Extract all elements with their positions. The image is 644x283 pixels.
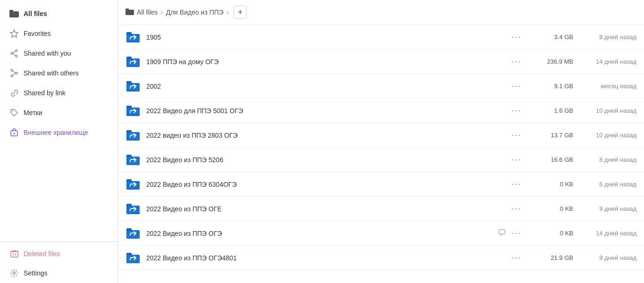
svg-rect-15 <box>11 251 18 257</box>
file-menu-button[interactable]: ··· <box>510 226 523 240</box>
file-size: 3.4 GB <box>531 33 573 41</box>
share-in-icon <box>9 49 19 58</box>
table-row[interactable]: 2022 видео из ППЭ 2803 ОГЭ···13.7 GB10 д… <box>118 123 644 148</box>
file-folder-icon <box>125 177 141 192</box>
file-folder-icon <box>125 128 141 143</box>
file-name: 2022 Видео из ППЭ 5206 <box>146 156 506 164</box>
table-row[interactable]: 2022 Видео из ППЭ ОГЭ4801···21.9 GB9 дне… <box>118 246 644 270</box>
table-row[interactable]: 2022 Видео из ППЭ 6304ОГЭ···0 KB6 дней н… <box>118 172 644 197</box>
svg-line-6 <box>13 51 16 53</box>
file-folder-icon <box>125 30 141 45</box>
file-date: 6 дней назад <box>585 181 636 188</box>
file-size: 9.1 GB <box>531 83 573 90</box>
table-row[interactable]: 2002···9.1 GBмесяц назад <box>118 74 644 99</box>
sidebar-item-shared-by-link[interactable]: Shared by link <box>2 83 116 102</box>
svg-line-11 <box>13 71 16 73</box>
file-menu-button[interactable]: ··· <box>510 153 523 166</box>
file-date: 10 дней назад <box>585 132 636 139</box>
file-folder-icon <box>125 201 141 216</box>
table-row[interactable]: 2022 Видео из ППЭ ОГЕ···0 KB9 дней назад <box>118 197 644 221</box>
share-out-icon <box>9 68 19 78</box>
svg-point-4 <box>16 55 17 57</box>
file-menu-button[interactable]: ··· <box>510 202 523 216</box>
file-date: 14 дней назад <box>585 230 636 237</box>
table-row[interactable]: 2022 Видео из ППЭ ОГЭ···0 KB14 дней наза… <box>118 221 644 246</box>
file-menu-button[interactable]: ··· <box>510 30 523 44</box>
star-icon <box>9 29 19 38</box>
table-row[interactable]: 2022 Видео для ППЭ 5001 ОГЭ···1.6 GB10 д… <box>118 99 644 123</box>
svg-rect-39 <box>127 157 139 165</box>
file-date: 10 дней назад <box>585 107 636 114</box>
svg-line-7 <box>13 53 16 56</box>
sidebar-label-settings: Settings <box>24 269 48 277</box>
sidebar-item-settings[interactable]: Settings <box>2 264 116 283</box>
sidebar-label-deleted: Deleted files <box>24 250 60 258</box>
svg-rect-24 <box>127 34 139 42</box>
file-name: 1905 <box>146 33 506 41</box>
svg-point-8 <box>11 69 13 71</box>
table-row[interactable]: 2022 Видео из ППЭ 5206···16.6 GB8 дней н… <box>118 148 644 172</box>
sidebar-label-metki: Метки <box>24 109 42 117</box>
file-size: 21.9 GB <box>531 254 573 261</box>
sidebar-item-all-files[interactable]: All files <box>2 4 116 23</box>
file-name: 1909 ППЭ на дому ОГЭ <box>146 58 506 66</box>
breadcrumb-all-files[interactable]: All files <box>125 8 158 17</box>
sidebar-bottom: Deleted files Settings <box>0 241 117 283</box>
svg-rect-51 <box>127 255 139 263</box>
file-menu-button[interactable]: ··· <box>510 55 523 68</box>
svg-rect-21 <box>125 8 129 10</box>
breadcrumb-folder[interactable]: Для Видео из ППЭ <box>166 8 224 16</box>
file-date: 8 дней назад <box>585 33 636 41</box>
svg-point-10 <box>16 72 17 74</box>
file-list: 1905···3.4 GB8 дней назад 1909 ППЭ на до… <box>118 25 644 283</box>
tag-icon <box>9 108 19 117</box>
file-folder-icon <box>125 79 141 94</box>
svg-rect-30 <box>127 83 139 91</box>
file-date: месяц назад <box>585 83 636 90</box>
file-menu-button[interactable]: ··· <box>510 251 523 265</box>
svg-rect-36 <box>127 133 139 140</box>
file-name: 2022 Видео из ППЭ ОГЭ <box>146 230 498 237</box>
sidebar-label-favorites: Favorites <box>24 30 51 37</box>
file-date: 9 дней назад <box>585 254 636 261</box>
file-size: 0 KB <box>531 181 573 188</box>
trash-icon <box>9 249 19 258</box>
breadcrumb-add-button[interactable]: + <box>234 6 247 19</box>
svg-point-13 <box>12 110 13 111</box>
sidebar-item-deleted[interactable]: Deleted files <box>2 244 116 263</box>
svg-line-12 <box>13 73 16 75</box>
external-icon <box>9 128 19 137</box>
file-folder-icon <box>125 152 141 167</box>
sidebar-label-shared-with-you: Shared with you <box>24 50 71 57</box>
sidebar-item-metki[interactable]: Метки <box>2 103 116 122</box>
sidebar-item-external[interactable]: Внешнее хранилище <box>2 123 116 142</box>
file-menu-button[interactable]: ··· <box>510 177 523 191</box>
table-row[interactable]: 1909 ППЭ на дому ОГЭ···236.9 MB14 дней н… <box>118 50 644 74</box>
svg-point-19 <box>13 272 16 275</box>
table-row[interactable]: 1905···3.4 GB8 дней назад <box>118 25 644 50</box>
sidebar: All files Favorites Shared with you <box>0 0 118 283</box>
sidebar-item-shared-with-others[interactable]: Shared with others <box>2 64 116 83</box>
file-size: 0 KB <box>531 205 573 212</box>
svg-rect-1 <box>9 10 13 12</box>
main-content: All files › Для Видео из ППЭ › + 1905···… <box>118 0 644 283</box>
sidebar-label-external: Внешнее хранилище <box>24 129 88 136</box>
file-menu-button[interactable]: ··· <box>510 128 523 142</box>
file-name: 2022 Видео для ППЭ 5001 ОГЭ <box>146 107 506 115</box>
file-name: 2022 Видео из ППЭ 6304ОГЭ <box>146 181 506 188</box>
breadcrumb-separator: › <box>160 8 163 17</box>
sidebar-item-favorites[interactable]: Favorites <box>2 24 116 43</box>
sidebar-item-shared-with-you[interactable]: Shared with you <box>2 44 116 63</box>
svg-marker-2 <box>10 30 18 37</box>
file-size: 1.6 GB <box>531 107 573 114</box>
svg-point-9 <box>11 75 13 77</box>
file-menu-button[interactable]: ··· <box>510 104 523 117</box>
file-menu-button[interactable]: ··· <box>510 79 523 93</box>
svg-rect-45 <box>127 206 139 214</box>
breadcrumb-folder-label: Для Видео из ППЭ <box>166 8 224 16</box>
sidebar-label-all-files: All files <box>24 10 47 17</box>
file-date: 14 дней назад <box>585 58 636 65</box>
svg-rect-42 <box>127 182 139 189</box>
file-folder-icon <box>125 103 141 118</box>
breadcrumb-all-files-label: All files <box>137 8 158 16</box>
